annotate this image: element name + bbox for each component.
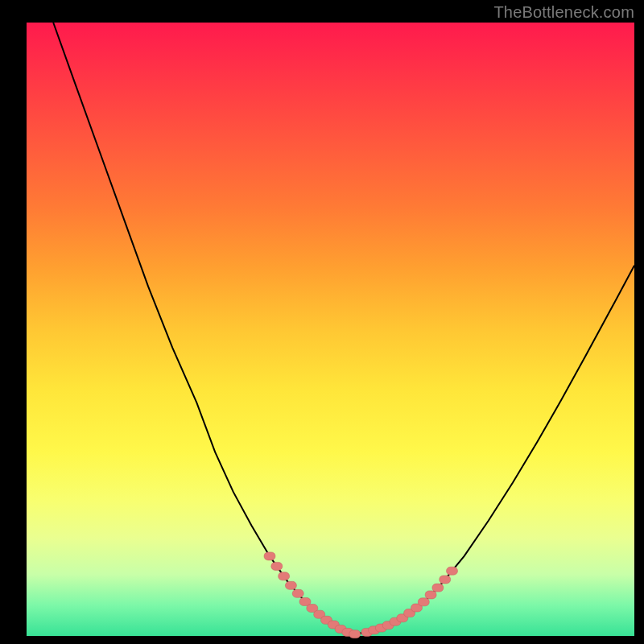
curve-marker xyxy=(292,589,303,597)
chart-frame: TheBottleneck.com xyxy=(0,0,644,644)
curve-left-branch xyxy=(53,23,352,634)
curve-marker xyxy=(425,591,436,599)
marker-group xyxy=(264,552,458,638)
curve-layer xyxy=(0,0,644,644)
curve-right-branch xyxy=(352,266,634,634)
curve-marker xyxy=(432,584,444,592)
curve-marker xyxy=(271,562,283,570)
curve-marker xyxy=(349,630,361,638)
curve-marker xyxy=(440,576,451,584)
curve-marker xyxy=(285,581,296,589)
curve-marker xyxy=(264,552,275,560)
curve-marker xyxy=(418,598,429,606)
curve-marker xyxy=(447,567,458,575)
curve-marker xyxy=(279,572,290,580)
